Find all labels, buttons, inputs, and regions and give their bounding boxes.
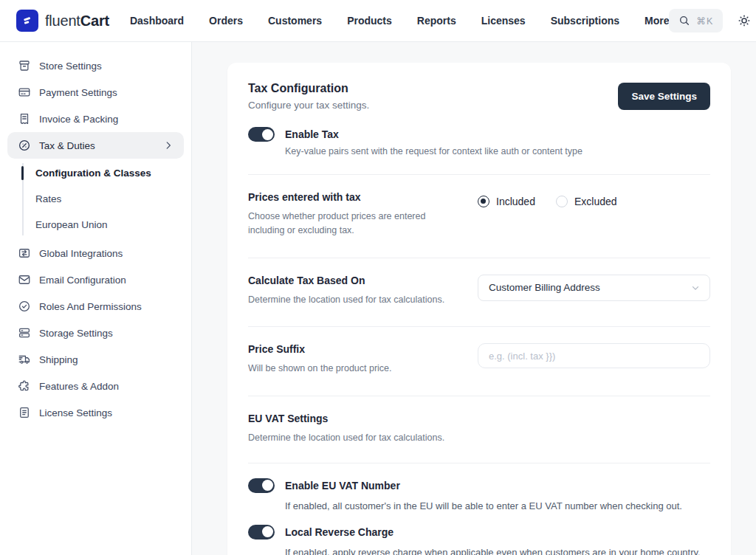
radio-excluded-label: Excluded bbox=[574, 196, 617, 207]
radio-excluded bbox=[556, 196, 568, 207]
prices-entered-row: Prices entered with tax Choose whether p… bbox=[248, 175, 710, 258]
enable-eu-vat-description: If enabled, all customer's in the EU wil… bbox=[285, 500, 710, 511]
toggle-knob bbox=[262, 480, 273, 491]
brand-name: fluentCart bbox=[45, 13, 109, 30]
sidebar-item-label: License Settings bbox=[39, 407, 112, 418]
topbar: fluentCart Dashboard Orders Customers Pr… bbox=[0, 0, 756, 42]
nav-reports[interactable]: Reports bbox=[417, 15, 456, 27]
truck-icon bbox=[18, 353, 31, 366]
calculate-tax-label: Calculate Tax Based On bbox=[248, 275, 456, 286]
radio-included bbox=[478, 196, 489, 207]
nav-more[interactable]: More bbox=[645, 15, 669, 27]
search-icon bbox=[678, 15, 690, 27]
calculate-tax-select[interactable]: Customer Billing Address bbox=[478, 275, 710, 301]
tax-duties-submenu: Configuration & Classes Rates European U… bbox=[22, 159, 191, 240]
envelope-icon bbox=[18, 273, 31, 286]
chevron-down-icon bbox=[690, 283, 701, 293]
enable-tax-toggle[interactable] bbox=[248, 127, 275, 142]
page-subtitle: Configure your tax settings. bbox=[248, 100, 369, 111]
integrations-icon bbox=[18, 247, 31, 260]
sun-icon bbox=[738, 14, 751, 27]
sidebar-item-label: Payment Settings bbox=[39, 87, 117, 98]
sidebar-item-tax-duties[interactable]: Tax & Duties bbox=[7, 132, 184, 159]
nav-products[interactable]: Products bbox=[347, 15, 392, 27]
card-header: Tax Configuration Configure your tax set… bbox=[248, 82, 710, 111]
eu-vat-settings-label: EU VAT Settings bbox=[248, 413, 688, 424]
main-content: Tax Configuration Configure your tax set… bbox=[192, 42, 756, 555]
toggle-knob bbox=[262, 526, 273, 537]
credit-card-icon bbox=[18, 86, 31, 99]
nav-orders[interactable]: Orders bbox=[209, 15, 243, 27]
sidebar-item-features-addon[interactable]: Features & Addon bbox=[7, 373, 184, 399]
prices-entered-description: Choose whether product prices are entere… bbox=[248, 210, 456, 238]
eu-vat-settings-row: EU VAT Settings Determine the location u… bbox=[248, 396, 710, 463]
enable-tax-description: Key-value pairs sent with the request fo… bbox=[285, 146, 583, 156]
enable-eu-vat-row: Enable EU VAT Number bbox=[248, 478, 710, 493]
top-navigation: Dashboard Orders Customers Products Repo… bbox=[130, 15, 670, 27]
enable-tax-label: Enable Tax bbox=[285, 128, 583, 140]
sidebar-item-email-configuration[interactable]: Email Configuration bbox=[7, 266, 184, 293]
radio-option-included[interactable]: Included bbox=[478, 196, 535, 207]
sidebar-item-global-integrations[interactable]: Global Integrations bbox=[7, 240, 184, 266]
enable-eu-vat-toggle[interactable] bbox=[248, 478, 275, 493]
sidebar-item-shipping[interactable]: Shipping bbox=[7, 346, 184, 373]
radio-option-excluded[interactable]: Excluded bbox=[556, 196, 617, 207]
sidebar-item-license-settings[interactable]: License Settings bbox=[7, 399, 184, 426]
subitem-european-union[interactable]: European Union bbox=[22, 212, 191, 238]
price-suffix-row: Price Suffix Will be shown on the produc… bbox=[248, 327, 710, 395]
sidebar-item-payment-settings[interactable]: Payment Settings bbox=[7, 79, 184, 106]
sidebar-item-label: Invoice & Packing bbox=[39, 114, 118, 125]
sidebar-item-label: Roles And Permissions bbox=[39, 301, 142, 312]
sidebar-item-label: Store Settings bbox=[39, 61, 102, 72]
save-settings-button[interactable]: Save Settings bbox=[618, 83, 710, 110]
topbar-actions: ⌘K bbox=[669, 9, 756, 32]
price-suffix-input[interactable] bbox=[478, 343, 710, 368]
calculate-tax-row: Calculate Tax Based On Determine the loc… bbox=[248, 258, 710, 326]
subitem-rates[interactable]: Rates bbox=[22, 186, 191, 212]
store-icon bbox=[18, 59, 31, 72]
local-reverse-charge-description: If enabled, apply reverse charge when ap… bbox=[285, 547, 710, 555]
local-reverse-charge-label: Local Reverse Charge bbox=[285, 526, 394, 538]
nav-customers[interactable]: Customers bbox=[268, 15, 322, 27]
sidebar-item-roles-permissions[interactable]: Roles And Permissions bbox=[7, 293, 184, 320]
sidebar-item-label: Shipping bbox=[39, 354, 78, 365]
eu-vat-settings-description: Determine the location used for tax calc… bbox=[248, 431, 688, 445]
toggle-knob bbox=[262, 129, 273, 140]
puzzle-icon bbox=[18, 379, 31, 393]
percent-circle-icon bbox=[18, 139, 31, 152]
sidebar-item-label: Features & Addon bbox=[39, 381, 119, 392]
sidebar-item-label: Tax & Duties bbox=[39, 140, 95, 151]
sidebar-item-storage-settings[interactable]: Storage Settings bbox=[7, 320, 184, 346]
server-icon bbox=[18, 326, 31, 339]
sidebar-item-label: Email Configuration bbox=[39, 275, 126, 286]
radio-included-label: Included bbox=[496, 196, 535, 207]
settings-sidebar: Store Settings Payment Settings Invoice … bbox=[0, 42, 192, 555]
sidebar-item-store-settings[interactable]: Store Settings bbox=[7, 52, 184, 79]
nav-subscriptions[interactable]: Subscriptions bbox=[551, 15, 619, 27]
tax-configuration-card: Tax Configuration Configure your tax set… bbox=[227, 63, 731, 555]
search-shortcut: ⌘K bbox=[696, 15, 713, 27]
invoice-icon bbox=[18, 112, 31, 125]
check-circle-icon bbox=[18, 300, 31, 313]
prices-entered-radio-group: Included Excluded bbox=[478, 196, 710, 207]
sidebar-item-invoice-packing[interactable]: Invoice & Packing bbox=[7, 106, 184, 132]
calculate-tax-selected-value: Customer Billing Address bbox=[489, 282, 600, 293]
price-suffix-description: Will be shown on the product price. bbox=[248, 362, 456, 376]
local-reverse-charge-toggle[interactable] bbox=[248, 525, 275, 540]
brand-logo[interactable]: fluentCart bbox=[16, 10, 109, 32]
page-title: Tax Configuration bbox=[248, 82, 369, 95]
prices-entered-label: Prices entered with tax bbox=[248, 191, 456, 203]
search-button[interactable]: ⌘K bbox=[669, 9, 723, 32]
nav-licenses[interactable]: Licenses bbox=[481, 15, 526, 27]
eu-vat-toggles: Enable EU VAT Number If enabled, all cus… bbox=[248, 463, 710, 555]
sidebar-item-label: Global Integrations bbox=[39, 248, 123, 259]
price-suffix-label: Price Suffix bbox=[248, 343, 456, 355]
enable-tax-row: Enable Tax Key-value pairs sent with the… bbox=[248, 111, 710, 174]
subitem-configuration-classes[interactable]: Configuration & Classes bbox=[22, 160, 191, 186]
theme-toggle-button[interactable] bbox=[738, 14, 751, 27]
calculate-tax-description: Determine the location used for tax calc… bbox=[248, 293, 456, 307]
nav-dashboard[interactable]: Dashboard bbox=[130, 15, 184, 27]
chevron-right-icon bbox=[163, 140, 173, 151]
document-icon bbox=[18, 406, 31, 419]
enable-eu-vat-label: Enable EU VAT Number bbox=[285, 480, 400, 492]
